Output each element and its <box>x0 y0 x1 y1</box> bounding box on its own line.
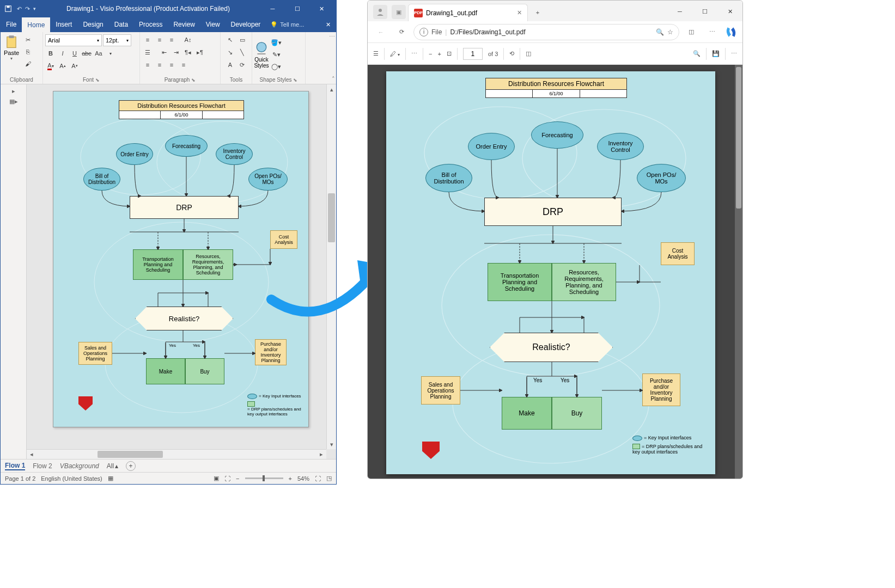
connector-icon[interactable]: ↘ <box>225 47 236 58</box>
tab-close-icon[interactable]: ✕ <box>517 9 522 16</box>
maximize-button[interactable]: ☐ <box>285 1 309 16</box>
zoom-out-pdf-icon[interactable]: − <box>429 51 432 57</box>
tab-review[interactable]: Review <box>168 17 200 32</box>
align-center-icon[interactable]: ≡ <box>154 59 165 70</box>
fill-icon[interactable]: 🪣▾ <box>271 37 282 48</box>
find-icon[interactable]: 🔍 <box>693 50 701 57</box>
edge-minimize-button[interactable]: ─ <box>667 2 692 21</box>
text-tool-icon[interactable]: A <box>225 59 236 70</box>
add-page-button[interactable]: + <box>126 461 136 471</box>
scroll-up-icon[interactable]: ▴ <box>327 84 336 94</box>
fit-width-icon[interactable]: ⛶ <box>224 475 230 482</box>
save-pdf-icon[interactable]: 💾 <box>712 50 720 57</box>
undo-icon[interactable]: ↶ <box>17 5 22 13</box>
new-tab-button[interactable]: + <box>530 5 545 20</box>
tab-home[interactable]: Home <box>22 17 50 32</box>
align-bottom-icon[interactable]: ≡ <box>166 34 177 45</box>
para-launcher-icon[interactable]: ⬊ <box>191 77 196 83</box>
close-button[interactable]: ✕ <box>309 1 334 16</box>
zoom-slider[interactable] <box>245 477 283 479</box>
tell-me[interactable]: 💡 Tell me... <box>266 17 320 32</box>
bold-icon[interactable]: B <box>45 48 56 59</box>
copilot-icon[interactable] <box>724 25 738 39</box>
zoom-indicator-icon[interactable]: 🔍 <box>656 28 664 36</box>
split-screen-icon[interactable]: ◫ <box>683 23 700 41</box>
page-tab-all[interactable]: All ▴ <box>107 462 118 470</box>
ltr-icon[interactable]: ▸¶ <box>194 47 205 58</box>
highlight-icon[interactable]: ▾ <box>105 48 116 59</box>
horizontal-scrollbar[interactable]: ◂▸ <box>27 449 326 459</box>
zoom-in-pdf-icon[interactable]: + <box>438 51 441 57</box>
settings-menu-icon[interactable]: ⋯ <box>703 23 721 41</box>
hscroll-thumb[interactable] <box>98 451 163 458</box>
expand-shapes-icon[interactable]: ▸ <box>12 88 15 95</box>
rotate-icon[interactable]: ⟲ <box>509 50 514 57</box>
align-middle-icon[interactable]: ≡ <box>154 34 165 45</box>
indent-left-icon[interactable]: ⇤ <box>159 47 169 58</box>
align-top-icon[interactable]: ≡ <box>142 34 153 45</box>
back-button[interactable]: ← <box>372 23 389 41</box>
page-tab-vbg[interactable]: VBackground <box>60 462 99 470</box>
draw-icon[interactable]: 🖊 ▾ <box>390 51 400 57</box>
case-icon[interactable]: Aa <box>93 48 104 59</box>
fit-icon[interactable]: ⊡ <box>447 50 452 57</box>
address-bar[interactable]: i File | D:/Files/Drawing1_out.pdf 🔍 ☆ <box>413 24 679 40</box>
presentation-icon[interactable]: ▣ <box>214 475 219 482</box>
italic-icon[interactable]: I <box>57 48 68 59</box>
page-tab-flow2[interactable]: Flow 2 <box>33 462 52 470</box>
font-launcher-icon[interactable]: ⬊ <box>95 77 100 83</box>
ribbon-close-button[interactable]: ✕ <box>320 17 336 32</box>
autosave-icon[interactable] <box>3 3 14 14</box>
align-left-icon[interactable]: ≡ <box>142 59 153 70</box>
shapes-toggle-icon[interactable]: ▦▸ <box>9 98 18 105</box>
pdf-viewer[interactable]: Distribution Resources Flowchart 6/1/00 … <box>368 65 742 479</box>
paste-button[interactable]: Paste ▾ <box>2 33 21 76</box>
zoom-in-icon[interactable]: + <box>289 475 292 482</box>
edge-close-button[interactable]: ✕ <box>717 2 742 21</box>
zoom-value[interactable]: 54% <box>297 475 309 482</box>
ribbon-more-icon[interactable]: ⋯ <box>329 33 335 40</box>
rtl-icon[interactable]: ¶◂ <box>182 47 193 58</box>
contents-icon[interactable]: ☰ <box>373 50 379 57</box>
profile-icon[interactable] <box>373 5 387 19</box>
scroll-left-icon[interactable]: ◂ <box>27 450 36 459</box>
macro-icon[interactable]: ▦ <box>108 475 113 482</box>
shrink-font-icon[interactable]: A▾ <box>69 60 80 71</box>
page-tab-flow1[interactable]: Flow 1 <box>5 462 25 470</box>
indent-right-icon[interactable]: ⇥ <box>171 47 181 58</box>
tab-data[interactable]: Data <box>109 17 133 32</box>
line-tool-icon[interactable]: ╲ <box>237 47 248 58</box>
justify-icon[interactable]: ≡ <box>178 59 189 70</box>
more-tools-icon[interactable]: ⋯ <box>411 50 417 57</box>
tab-design[interactable]: Design <box>77 17 108 32</box>
fit-page-icon[interactable]: ⛶ <box>315 475 321 482</box>
favorite-icon[interactable]: ☆ <box>667 28 673 36</box>
browser-tab[interactable]: PDF Drawing1_out.pdf ✕ <box>408 4 528 21</box>
collapse-ribbon-icon[interactable]: ˄ <box>332 76 335 83</box>
tab-view[interactable]: View <box>200 17 226 32</box>
tab-insert[interactable]: Insert <box>50 17 77 32</box>
orientation-icon[interactable]: A↕ <box>182 34 193 45</box>
pan-zoom-icon[interactable]: ◳ <box>326 475 332 482</box>
font-color-icon[interactable]: A▾ <box>45 60 56 71</box>
grow-font-icon[interactable]: A▴ <box>57 60 68 71</box>
scroll-right-icon[interactable]: ▸ <box>316 450 326 459</box>
tab-developer[interactable]: Developer <box>226 17 266 32</box>
redo-icon[interactable]: ↷ <box>25 5 30 13</box>
language-indicator[interactable]: English (United States) <box>41 475 102 482</box>
format-painter-icon[interactable]: 🖌 <box>22 58 33 69</box>
font-size-select[interactable]: 12pt.▾ <box>103 34 131 46</box>
quick-styles-button[interactable]: Quick Styles <box>253 40 270 69</box>
effects-icon[interactable]: ◯▾ <box>271 61 282 72</box>
page-view-icon[interactable]: ◫ <box>526 50 531 57</box>
site-info-icon[interactable]: i <box>419 28 428 36</box>
pointer-icon[interactable]: ↖ <box>225 34 236 45</box>
shapes-pane[interactable]: ▸ ▦▸ <box>1 84 27 459</box>
copy-icon[interactable]: ⎘ <box>22 46 33 57</box>
tab-file[interactable]: File <box>1 17 22 32</box>
scroll-down-icon[interactable]: ▾ <box>327 439 336 449</box>
edge-maximize-button[interactable]: ☐ <box>692 2 717 21</box>
pdf-menu-icon[interactable]: ⋯ <box>731 50 737 57</box>
pdf-scroll-thumb[interactable] <box>736 67 741 209</box>
shape-launcher-icon[interactable]: ⬊ <box>293 77 297 83</box>
